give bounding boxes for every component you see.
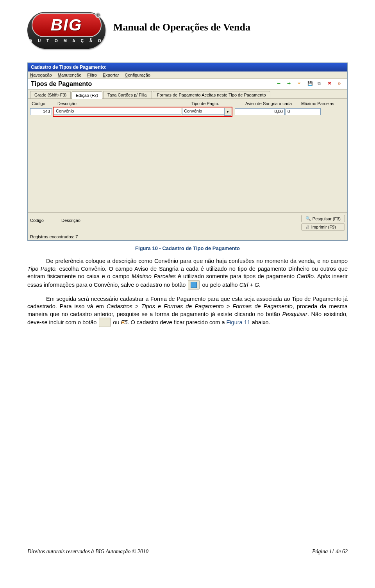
col-aviso: Aviso de Sangria a cada — [244, 101, 300, 106]
tab-formas[interactable]: Formas de Pagamento Aceitas neste Tipo d… — [153, 91, 270, 98]
column-headers: Código Descrição Tipo de Pagto. Aviso de… — [29, 100, 346, 107]
max-field[interactable]: 0 — [286, 108, 321, 115]
menu-manutencao[interactable]: Manutenção — [58, 73, 82, 77]
tipo-field[interactable]: Convênio — [182, 108, 224, 115]
imprimir-button[interactable]: 🖨 Imprimir (F9) — [301, 223, 345, 231]
registered-icon: ® — [95, 13, 101, 18]
panel-title: Tipos de Pagamento — [31, 80, 92, 88]
col-codigo: Código — [30, 101, 56, 106]
prev-icon[interactable]: ⬅ — [277, 81, 283, 87]
logo-main: BIG — [32, 13, 102, 37]
menu-filtro[interactable]: Filtro — [87, 73, 96, 77]
col-max: Máximo Parcelas — [300, 101, 336, 106]
window-titlebar: Cadastro de Tipos de Pagamento: — [28, 63, 347, 71]
pesquisar-button[interactable]: 🔍 Pesquisar (F3) — [301, 215, 345, 222]
p1-j: . — [259, 282, 261, 288]
pesquisar-label: Pesquisar (F3) — [312, 216, 341, 221]
screenshot-window: Cadastro de Tipos de Pagamento: NNavegaç… — [27, 63, 348, 241]
new-icon-inline — [99, 318, 111, 327]
p1-f: Cartão — [297, 273, 314, 279]
bottom-codigo-field[interactable] — [30, 223, 57, 231]
figure-caption: Figura 10 - Cadastro de Tipo de Pagament… — [27, 245, 348, 251]
tab-edicao[interactable]: Edição (F2) — [71, 91, 102, 99]
p2-b: Cadastros > Tipos e Formas de Pagamento … — [107, 303, 293, 309]
descricao-field[interactable]: Convênio — [54, 108, 181, 115]
next-icon[interactable]: ➡ — [287, 81, 293, 87]
footer-right: Página 11 de 62 — [312, 549, 348, 555]
footer: Direitos autorais reservados à BIG Autom… — [27, 549, 348, 555]
p2-j: abaixo. — [250, 319, 270, 325]
bottom-descricao-label: Descrição — [61, 218, 297, 223]
p1-e: é utilizado somente para tipos de pagame… — [176, 273, 297, 279]
exit-icon[interactable]: ⎋ — [338, 81, 344, 87]
tipo-dropdown[interactable]: Convênio ▼ — [182, 108, 231, 116]
codigo-field[interactable]: 143 — [30, 108, 52, 115]
chevron-down-icon[interactable]: ▼ — [224, 108, 231, 116]
col-descricao: Descrição — [56, 101, 190, 106]
body-text: De preferência coloque a descrição como … — [27, 257, 348, 327]
print-icon: 🖨 — [305, 225, 310, 229]
body-blank — [28, 118, 347, 212]
paragraph-1: De preferência coloque a descrição como … — [27, 257, 348, 290]
new-icon[interactable]: ✶ — [297, 81, 304, 87]
p1-b: Tipo Pagto. — [27, 266, 57, 272]
menu-configuracao[interactable]: Configuração — [125, 73, 150, 77]
tabs: Grade (Shift+F3) Edição (F2) Taxa Cartõe… — [28, 89, 347, 99]
data-row: 143 Convênio Convênio ▼ 0,00 0 — [29, 107, 346, 118]
footer-left: Direitos autorais reservados à BIG Autom… — [27, 549, 148, 555]
aviso-field[interactable]: 0,00 — [235, 108, 285, 115]
copy-icon[interactable]: ⧉ — [318, 81, 324, 87]
menu-navegacao[interactable]: NNavegaçãoavegação — [30, 73, 52, 77]
p1-h: ou pelo atalho — [200, 282, 239, 288]
bottom-codigo-label: Código — [30, 218, 57, 223]
bottom-bar: Código Descrição 🔍 Pesquisar (F3) 🖨 Impr… — [28, 212, 347, 233]
imprimir-label: Imprimir (F9) — [311, 225, 336, 229]
delete-icon[interactable]: ✖ — [328, 81, 334, 87]
status-bar: Registros encontrados: 7 — [28, 233, 347, 240]
col-tipo: Tipo de Pagto. — [190, 101, 244, 106]
search-icon: 🔍 — [305, 216, 311, 221]
p2-i: Figura 11 — [227, 319, 250, 325]
logo-sub: A U T O M A Ç Ã O — [29, 39, 103, 43]
p1-a: De preferência coloque a descrição como … — [46, 258, 348, 264]
page-title: Manual de Operações de Venda — [113, 21, 250, 33]
p2-d: Pesquisar — [282, 311, 307, 317]
p2-h: . O cadastro deve ficar parecido com a — [127, 319, 226, 325]
tab-taxa[interactable]: Taxa Cartões p/ Filial — [103, 91, 152, 98]
page-header: ® BIG A U T O M A Ç Ã O Manual de Operaç… — [27, 12, 348, 49]
save-icon-inline — [188, 280, 200, 290]
menubar: NNavegaçãoavegação Manutenção Filtro Exp… — [28, 71, 347, 79]
p1-i: Ctrl + G — [239, 282, 259, 288]
panel-header: Tipos de Pagamento ⬅ ➡ ✶ 💾 ⧉ ✖ ⎋ — [28, 79, 347, 89]
paragraph-2: Em seguida será necessário cadastrar a F… — [27, 295, 348, 328]
logo: ® BIG A U T O M A Ç Ã O — [27, 12, 105, 49]
tab-grade[interactable]: Grade (Shift+F3) — [30, 91, 71, 98]
menu-exportar[interactable]: Exportar — [103, 73, 119, 77]
bottom-descricao-field[interactable] — [61, 223, 297, 231]
toolbar: ⬅ ➡ ✶ 💾 ⧉ ✖ ⎋ — [277, 81, 344, 87]
p1-d: Máximo Parcelas — [132, 273, 176, 279]
save-icon[interactable]: 💾 — [307, 81, 314, 87]
fields-area: Código Descrição Tipo de Pagto. Aviso de… — [28, 99, 347, 118]
highlight-box: Convênio Convênio ▼ — [53, 107, 232, 117]
